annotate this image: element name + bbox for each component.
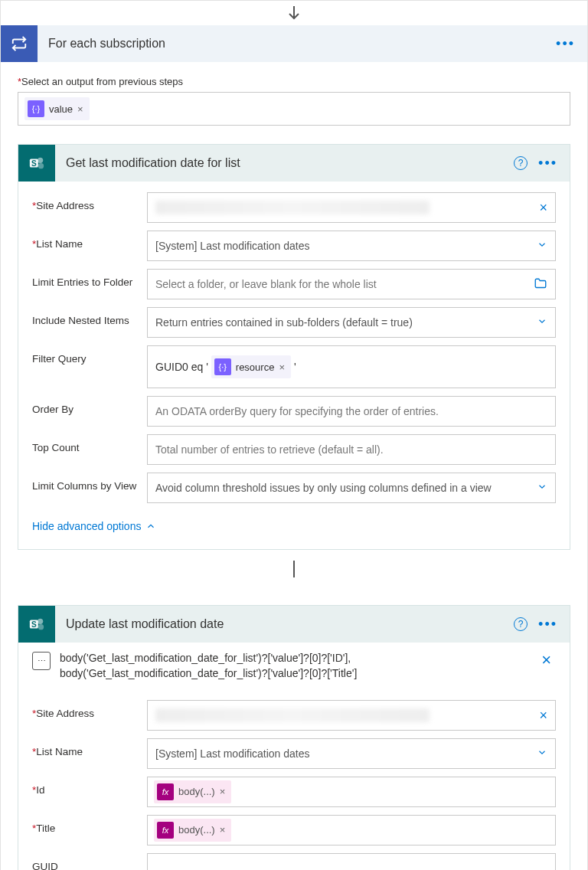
svg-point-2: [38, 158, 43, 163]
svg-text:S: S: [31, 159, 37, 168]
help-icon[interactable]: ?: [514, 156, 528, 170]
site-address-input[interactable]: ×: [147, 192, 556, 223]
include-nested-input[interactable]: Return entries contained in sub-folders …: [147, 307, 556, 338]
remove-token-icon[interactable]: ×: [220, 786, 226, 797]
order-by-input[interactable]: An ODATA orderBy query for specifying th…: [147, 396, 556, 427]
body-id-token[interactable]: fx body(...) ×: [154, 780, 231, 803]
chevron-down-icon[interactable]: [537, 240, 547, 253]
remove-token-icon[interactable]: ×: [77, 103, 83, 115]
dynamic-content-icon: {·}: [28, 100, 44, 117]
limit-folder-input[interactable]: Select a folder, or leave blank for the …: [147, 269, 556, 299]
guid-input[interactable]: [147, 853, 556, 870]
dynamic-content-icon: {·}: [214, 358, 231, 375]
remove-token-icon[interactable]: ×: [279, 361, 285, 373]
site-address-input-2[interactable]: ×: [147, 700, 556, 731]
list-name-input-2[interactable]: [System] Last modification dates: [147, 738, 556, 769]
list-name-input[interactable]: [System] Last modification dates: [147, 231, 556, 261]
chevron-down-icon[interactable]: [537, 482, 547, 495]
flow-canvas: For each subscription ••• *Select an out…: [0, 0, 588, 870]
svg-point-6: [38, 619, 43, 624]
sharepoint-icon: S: [18, 145, 55, 182]
filter-query-input[interactable]: GUID0 eq ' {·} resource × ': [147, 345, 556, 388]
get-last-card: S Get last modification date for list ? …: [18, 144, 570, 550]
top-count-label: Top Count: [32, 434, 147, 453]
get-last-title: Get last modification date for list: [55, 156, 501, 170]
svg-text:S: S: [31, 620, 37, 629]
limit-folder-label: Limit Entries to Folder: [32, 269, 147, 288]
select-output-label: *Select an output from previous steps: [18, 76, 570, 87]
close-peek-icon[interactable]: ×: [537, 650, 556, 670]
include-nested-label: Include Nested Items: [32, 307, 147, 326]
limit-columns-input[interactable]: Avoid column threshold issues by only us…: [147, 473, 556, 503]
limit-columns-label: Limit Columns by View: [32, 473, 147, 492]
guid-label: GUID: [32, 853, 147, 870]
expression-display: ⋯ body('Get_last_modification_date_for_l…: [18, 643, 570, 689]
body-title-token[interactable]: fx body(...) ×: [154, 819, 231, 842]
arrow-connector: [1, 1, 587, 25]
list-name-label-2: *List Name: [32, 738, 147, 757]
select-output-input[interactable]: {·} value ×: [18, 92, 570, 126]
foreach-menu-icon[interactable]: •••: [556, 37, 575, 51]
svg-point-7: [38, 624, 44, 630]
sharepoint-icon: S: [18, 606, 55, 643]
resource-token[interactable]: {·} resource ×: [211, 355, 291, 378]
get-last-header[interactable]: S Get last modification date for list ? …: [18, 145, 570, 182]
update-last-header[interactable]: S Update last modification date ? •••: [18, 606, 570, 643]
foreach-title: For each subscription: [38, 37, 544, 51]
update-last-card: S Update last modification date ? ••• ⋯ …: [18, 605, 570, 870]
title-input[interactable]: fx body(...) ×: [147, 815, 556, 845]
list-name-label: *List Name: [32, 231, 147, 250]
fx-icon: fx: [157, 783, 174, 800]
chevron-down-icon[interactable]: [537, 316, 547, 329]
foreach-body: *Select an output from previous steps {·…: [1, 62, 587, 870]
id-label: *Id: [32, 777, 147, 796]
help-icon[interactable]: ?: [514, 617, 528, 631]
chevron-down-icon[interactable]: [537, 747, 547, 760]
hide-advanced-toggle[interactable]: Hide advanced options: [32, 511, 556, 535]
remove-token-icon[interactable]: ×: [220, 824, 226, 836]
title-label: *Title: [32, 815, 147, 834]
order-by-label: Order By: [32, 396, 147, 415]
loop-icon: [1, 25, 38, 62]
peek-code-icon: ⋯: [32, 652, 51, 670]
folder-icon[interactable]: [534, 277, 547, 292]
svg-point-3: [38, 163, 44, 168]
clear-icon[interactable]: ×: [539, 707, 547, 723]
id-input[interactable]: fx body(...) ×: [147, 777, 556, 807]
value-token[interactable]: {·} value ×: [24, 97, 90, 120]
site-address-label-2: *Site Address: [32, 700, 147, 719]
fx-icon: fx: [157, 822, 174, 839]
foreach-header[interactable]: For each subscription •••: [1, 25, 587, 62]
update-last-menu-icon[interactable]: •••: [538, 617, 557, 631]
get-last-menu-icon[interactable]: •••: [538, 156, 557, 170]
update-last-title: Update last modification date: [55, 617, 501, 631]
clear-icon[interactable]: ×: [539, 200, 547, 216]
arrow-connector: [18, 550, 570, 587]
site-address-label: *Site Address: [32, 192, 147, 211]
top-count-input[interactable]: Total number of entries to retrieve (def…: [147, 434, 556, 465]
filter-query-label: Filter Query: [32, 345, 147, 365]
